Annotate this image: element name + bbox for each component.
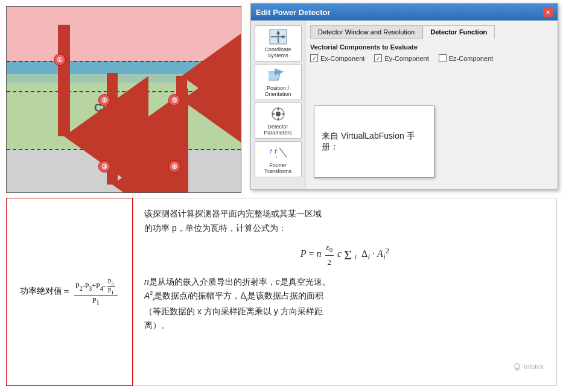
coordinate-systems-icon xyxy=(269,28,288,45)
checkbox-ez-label: Ez-Component xyxy=(449,55,493,62)
formula-desc-line5: （等距数据的 x 方向采样距离乘以 y 方向采样距 xyxy=(144,305,546,319)
circle-5: ⑤ xyxy=(168,94,180,106)
formula-left-box: 功率绝对值＝ P2-P3+P4-P5P1 P1 xyxy=(6,198,133,386)
checkbox-ey[interactable]: ✓ Ey-Component xyxy=(374,54,428,62)
formula-desc-line3: n是从场的嵌入介质导出的折射率，c是真空光速。 xyxy=(144,275,546,289)
formula-desc-line2: 的功率 p，单位为瓦特，计算公式为： xyxy=(144,221,546,236)
watermark: infotek xyxy=(512,361,544,373)
sidebar-label-position: Position /Orientation xyxy=(264,85,291,97)
infotek-logo-icon xyxy=(512,363,522,371)
epd-tabs: Detector Window and Resolution Detector … xyxy=(310,25,553,39)
checkbox-ez[interactable]: Ez-Component xyxy=(439,54,493,62)
formula-label: 功率绝对值 xyxy=(20,286,62,296)
checkbox-ey-box[interactable]: ✓ xyxy=(374,54,382,62)
svg-text:f: f xyxy=(270,148,272,155)
tab-detector-window[interactable]: Detector Window and Resolution xyxy=(310,25,422,39)
svg-text:+: + xyxy=(275,154,278,160)
sidebar-label-fourier: FourierTransforms xyxy=(264,162,291,174)
svg-line-25 xyxy=(279,148,287,157)
checkbox-ex-label: Ex-Component xyxy=(320,55,364,62)
arrows-svg xyxy=(7,7,241,193)
formula-desc-line1: 该探测器计算探测器平面内完整场或其某一区域 xyxy=(144,207,546,221)
svg-point-13 xyxy=(277,36,279,38)
circle-3: ③ xyxy=(98,160,110,172)
svg-point-17 xyxy=(276,112,281,116)
epd-titlebar: Edit Power Detector × xyxy=(251,4,558,21)
formula-fraction: P2-P3+P4-P5P1 P1 xyxy=(74,278,118,306)
info-box-text: 来自 VirtualLabFusion 手册： xyxy=(322,131,427,153)
cigs-diagram: CIGS xyxy=(6,6,241,193)
tab-detector-function[interactable]: Detector Function xyxy=(422,25,495,39)
formula-power-absolute: 功率绝对值＝ P2-P3+P4-P5P1 P1 xyxy=(20,278,118,306)
svg-point-26 xyxy=(515,364,520,368)
section-title-vectorial: Vectorial Components to Evaluate xyxy=(310,43,553,51)
epd-checkboxes: ✓ Ex-Component ✓ Ey-Component Ez-Compone… xyxy=(310,54,553,62)
sidebar-item-coordinate-systems[interactable]: CoordinateSystems xyxy=(255,25,302,62)
circle-1: ① xyxy=(54,54,66,66)
epd-sidebar: CoordinateSystems Position /Orientation xyxy=(251,21,305,189)
position-orientation-icon xyxy=(269,67,288,84)
sidebar-item-detector-parameters[interactable]: DetectorParameters xyxy=(255,103,302,139)
sidebar-item-position-orientation[interactable]: Position /Orientation xyxy=(255,64,302,100)
fourier-transforms-icon: f f + xyxy=(269,144,288,161)
formula-right-box: 该探测器计算探测器平面内完整场或其某一区域 的功率 p，单位为瓦特，计算公式为：… xyxy=(133,198,557,386)
info-box: 来自 VirtualLabFusion 手册： xyxy=(314,106,434,178)
sidebar-label-detector: DetectorParameters xyxy=(264,124,292,136)
watermark-text: infotek xyxy=(524,361,544,373)
circle-2: ② xyxy=(98,94,110,106)
big-formula: P = n ε0 2 c Σ i Δi · Ai2 xyxy=(144,241,546,269)
checkbox-ex[interactable]: ✓ Ex-Component xyxy=(310,54,364,62)
checkbox-ex-box[interactable]: ✓ xyxy=(310,54,318,62)
circle-4: ④ xyxy=(168,160,180,172)
formula-desc-line6: 离）。 xyxy=(144,318,546,333)
checkbox-ez-box[interactable] xyxy=(439,54,447,62)
checkbox-ey-label: Ey-Component xyxy=(384,55,428,62)
sidebar-label-coordinate: CoordinateSystems xyxy=(264,46,291,58)
epd-title: Edit Power Detector xyxy=(256,8,331,17)
close-button[interactable]: × xyxy=(543,7,553,17)
formula-desc-line4: A2i是数据点i的振幅平方，Δi是该数据占据的面积 xyxy=(144,289,546,304)
detector-parameters-icon xyxy=(269,106,288,122)
sidebar-item-fourier-transforms[interactable]: f f + FourierTransforms xyxy=(255,141,302,177)
bottom-area: 功率绝对值＝ P2-P3+P4-P5P1 P1 该探测器计算探测器平面内完整场或… xyxy=(6,198,557,386)
